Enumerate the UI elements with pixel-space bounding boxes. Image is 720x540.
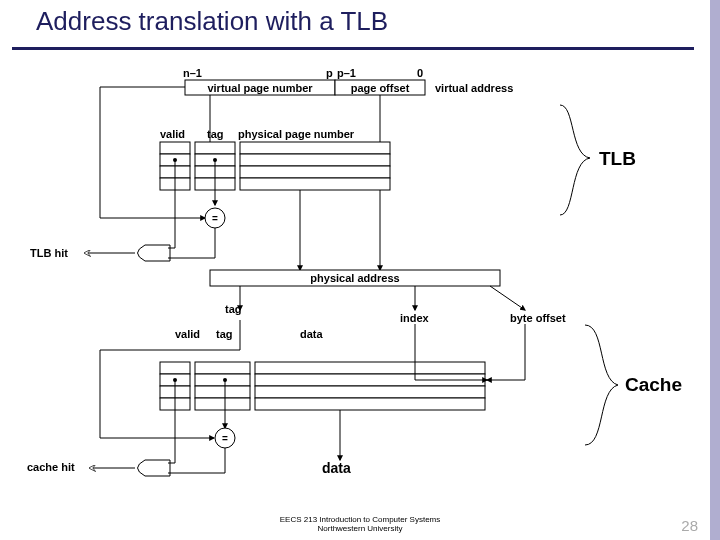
comparator-cache-eq: = [222, 433, 228, 444]
and-gate-cache [138, 460, 171, 476]
footer-line1: EECS 213 Introduction to Computer System… [280, 515, 441, 524]
label-zero: 0 [417, 67, 423, 79]
label-pa-byte-offset: byte offset [510, 312, 566, 324]
footer-line2: Northwestern University [318, 524, 403, 533]
label-physical-address: physical address [310, 272, 399, 284]
svg-rect-21 [195, 362, 250, 374]
svg-rect-2 [160, 142, 190, 154]
tlb-header-ppn: physical page number [238, 128, 355, 140]
page-number: 28 [681, 517, 698, 534]
svg-rect-10 [240, 142, 390, 154]
cache-header-tag: tag [216, 328, 233, 340]
tlb-header-valid: valid [160, 128, 185, 140]
label-vpn: virtual page number [207, 82, 313, 94]
brace-cache [585, 325, 618, 445]
footer: EECS 213 Introduction to Computer System… [0, 516, 720, 534]
diagram-svg: n–1 p p–1 0 virtual page number page off… [0, 0, 720, 540]
tlb-header-tag: tag [207, 128, 224, 140]
svg-rect-17 [160, 362, 190, 374]
and-gate-tlb [138, 245, 171, 261]
label-data-out: data [322, 460, 351, 476]
svg-rect-22 [195, 374, 250, 386]
label-tlb: TLB [599, 148, 636, 170]
label-n1: n–1 [183, 67, 202, 79]
svg-rect-24 [195, 398, 250, 410]
virtual-address-box: n–1 p p–1 0 virtual page number page off… [183, 67, 513, 95]
svg-rect-23 [195, 386, 250, 398]
label-cache-hit: cache hit [27, 461, 75, 473]
svg-rect-28 [255, 398, 485, 410]
svg-rect-11 [240, 154, 390, 166]
brace-tlb [560, 105, 590, 215]
svg-rect-27 [255, 386, 485, 398]
label-pa-index: index [400, 312, 430, 324]
comparator-tlb-eq: = [212, 213, 218, 224]
cache-table: valid tag data [160, 328, 485, 410]
label-tlb-hit: TLB hit [30, 247, 68, 259]
svg-rect-6 [195, 142, 235, 154]
arrow-pa-to-byteoffset [490, 286, 525, 310]
cache-header-data: data [300, 328, 324, 340]
cache-header-valid: valid [175, 328, 200, 340]
svg-rect-12 [240, 166, 390, 178]
tlb-table: valid tag physical page number [160, 128, 390, 190]
label-page-offset: page offset [351, 82, 410, 94]
svg-rect-13 [240, 178, 390, 190]
label-cache: Cache [625, 374, 682, 396]
label-virtual-address: virtual address [435, 82, 513, 94]
svg-rect-25 [255, 362, 485, 374]
label-pa-tag: tag [225, 303, 242, 315]
label-p1: p–1 [337, 67, 356, 79]
label-p: p [326, 67, 333, 79]
